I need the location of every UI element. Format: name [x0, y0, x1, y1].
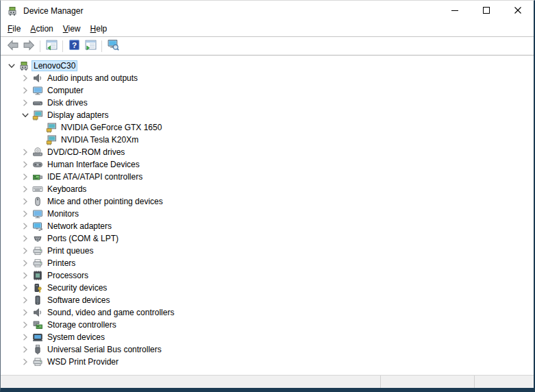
display-adapter-icon: [46, 134, 57, 145]
chevron-collapsed-icon[interactable]: [20, 221, 31, 232]
tree-item-keyboards[interactable]: Keyboards: [1, 183, 534, 195]
chevron-collapsed-icon[interactable]: [20, 282, 31, 293]
tree-item-printers[interactable]: Printers: [1, 257, 534, 269]
tree-item-ports-com-lpt[interactable]: Ports (COM & LPT): [1, 232, 534, 245]
tree-item-label: Printers: [45, 258, 77, 269]
tree-item-label: Mice and other pointing devices: [45, 196, 165, 207]
back-button[interactable]: [4, 38, 21, 53]
chevron-collapsed-icon[interactable]: [20, 319, 31, 330]
tree-item-label: Print queues: [45, 245, 95, 256]
chevron-collapsed-icon[interactable]: [20, 73, 31, 84]
tree-item-print-queues[interactable]: Print queues: [1, 245, 534, 257]
mouse-icon: [32, 196, 43, 207]
tree-item-disk-drives[interactable]: Disk drives: [1, 97, 534, 109]
menu-bar: FileActionViewHelp: [1, 21, 534, 37]
monitor-icon: [32, 208, 43, 219]
chevron-collapsed-icon[interactable]: [20, 332, 31, 343]
scan-for-hardware-changes-button[interactable]: [105, 38, 121, 53]
tree-item-processors[interactable]: Processors: [1, 269, 534, 282]
console-tree-icon: [46, 39, 58, 53]
tree-item-sound-video-and-game-controllers[interactable]: Sound, video and game controllers: [1, 306, 534, 319]
minimize-button[interactable]: [439, 1, 471, 21]
dvd-icon: [32, 147, 43, 158]
chevron-collapsed-icon[interactable]: [20, 356, 31, 367]
help-button[interactable]: ?: [66, 38, 82, 53]
tree-item-audio-inputs-and-outputs[interactable]: Audio inputs and outputs: [1, 72, 534, 84]
system-icon: [32, 332, 43, 343]
toolbar-separator: [101, 40, 102, 52]
chevron-expanded-icon[interactable]: [6, 60, 17, 71]
chevron-collapsed-icon[interactable]: [20, 233, 31, 244]
tree-item-computer[interactable]: Computer: [1, 84, 534, 97]
toolbar-separator: [62, 40, 63, 52]
tree-item-dvd-cd-rom-drives[interactable]: DVD/CD-ROM drives: [1, 146, 534, 158]
title-bar: Device Manager: [1, 1, 534, 21]
device-manager-icon: [18, 60, 29, 71]
chevron-collapsed-icon[interactable]: [20, 97, 31, 108]
action-pane-icon: [85, 39, 97, 53]
chevron-collapsed-icon[interactable]: [20, 184, 31, 195]
chevron-collapsed-icon[interactable]: [20, 258, 31, 269]
tree-item-lenovoc30[interactable]: LenovoC30: [1, 60, 534, 72]
close-button[interactable]: [502, 1, 534, 21]
chevron-collapsed-icon[interactable]: [20, 208, 31, 219]
tree-item-monitors[interactable]: Monitors: [1, 208, 534, 220]
tree-item-storage-controllers[interactable]: Storage controllers: [1, 319, 534, 331]
speaker-icon: [32, 73, 43, 84]
storage-icon: [32, 319, 43, 330]
tree-item-label: Software devices: [45, 295, 112, 306]
tree-item-label: Security devices: [45, 282, 109, 293]
forward-button[interactable]: [21, 38, 37, 53]
show-hide-console-tree-button[interactable]: [43, 38, 60, 53]
status-pane-2: [380, 376, 474, 388]
show-hide-action-pane-button[interactable]: [82, 38, 99, 53]
tree-item-security-devices[interactable]: Security devices: [1, 282, 534, 294]
menu-view[interactable]: View: [58, 22, 86, 36]
status-pane-1: [1, 376, 380, 388]
cpu-icon: [32, 270, 43, 281]
menu-help[interactable]: Help: [86, 22, 112, 36]
tree-item-system-devices[interactable]: System devices: [1, 331, 534, 343]
chevron-collapsed-icon[interactable]: [20, 295, 31, 306]
display-adapter-icon: [32, 110, 43, 121]
tree-item-network-adapters[interactable]: Network adapters: [1, 220, 534, 232]
tree-item-label: Sound, video and game controllers: [45, 307, 176, 318]
chevron-expanded-icon[interactable]: [20, 110, 31, 121]
chevron-collapsed-icon[interactable]: [20, 245, 31, 256]
chevron-collapsed-icon[interactable]: [20, 196, 31, 207]
tree-item-nvidia-tesla-k20xm[interactable]: NVIDIA Tesla K20Xm: [1, 134, 534, 146]
tree-item-label: NVIDIA Tesla K20Xm: [59, 134, 140, 145]
chevron-collapsed-icon[interactable]: [20, 307, 31, 318]
ports-icon: [32, 233, 43, 244]
tree-item-label: Storage controllers: [45, 319, 119, 330]
device-manager-icon: [7, 5, 18, 16]
tree-item-ide-ata-atapi-controllers[interactable]: IDE ATA/ATAPI controllers: [1, 171, 534, 183]
tree-item-wsd-print-provider[interactable]: WSD Print Provider: [1, 356, 534, 368]
chevron-collapsed-icon[interactable]: [20, 147, 31, 158]
chevron-collapsed-icon[interactable]: [20, 85, 31, 96]
monitor-icon: [32, 85, 43, 96]
tree-item-label: Audio inputs and outputs: [45, 73, 140, 84]
toolbar-separator: [40, 40, 40, 52]
chevron-collapsed-icon[interactable]: [20, 171, 31, 182]
menu-file[interactable]: File: [3, 22, 25, 36]
tree-item-nvidia-geforce-gtx-1650[interactable]: NVIDIA GeForce GTX 1650: [1, 121, 534, 134]
tree-item-mice-and-other-pointing-devices[interactable]: Mice and other pointing devices: [1, 195, 534, 208]
chevron-collapsed-icon[interactable]: [20, 159, 31, 170]
tree-item-universal-serial-bus-controllers[interactable]: Universal Serial Bus controllers: [1, 343, 534, 356]
tree-item-label: IDE ATA/ATAPI controllers: [45, 171, 145, 182]
maximize-button[interactable]: [471, 1, 502, 21]
device-manager-window: Device Manager FileActionViewHelp ? Leno…: [0, 0, 535, 392]
tree-item-human-interface-devices[interactable]: Human Interface Devices: [1, 158, 534, 171]
chevron-collapsed-icon[interactable]: [20, 344, 31, 355]
maximize-icon: [481, 5, 492, 18]
chevron-collapsed-icon[interactable]: [20, 270, 31, 281]
menu-action[interactable]: Action: [25, 22, 58, 36]
minimize-icon: [449, 5, 460, 18]
tree-item-label: Network adapters: [45, 221, 114, 232]
printer-icon: [32, 258, 43, 269]
tree-item-display-adapters[interactable]: Display adapters: [1, 109, 534, 121]
tree-item-software-devices[interactable]: Software devices: [1, 294, 534, 306]
device-tree: LenovoC30Audio inputs and outputsCompute…: [1, 56, 534, 375]
tree-item-label: Human Interface Devices: [45, 159, 142, 170]
